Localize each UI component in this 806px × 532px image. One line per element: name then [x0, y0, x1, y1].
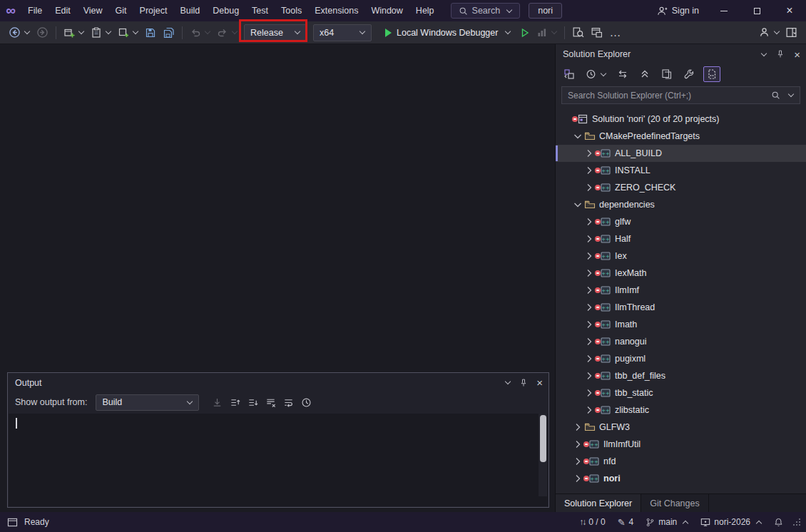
resize-grip-icon[interactable]	[792, 517, 802, 527]
output-scrollbar[interactable]	[539, 414, 547, 496]
clear-all-icon[interactable]	[265, 397, 276, 408]
chevron-right-icon[interactable]	[583, 285, 595, 296]
tree-item-nfd[interactable]: ++nfd	[556, 453, 806, 470]
next-message-icon[interactable]	[248, 397, 258, 408]
chevron-right-icon[interactable]	[583, 267, 595, 279]
search-icon[interactable]	[771, 91, 780, 100]
tree-item-dependencies[interactable]: dependencies	[556, 196, 806, 213]
sync-with-active-document-button[interactable]	[615, 67, 631, 81]
platform-dropdown[interactable]: x64	[313, 24, 372, 41]
tree-item-solution-nori-20-of-20-projects[interactable]: Solution 'nori' (20 of 20 projects)	[556, 111, 806, 128]
undo-button[interactable]	[187, 24, 213, 41]
output-source-dropdown[interactable]: Build	[96, 394, 199, 411]
chevron-right-icon[interactable]	[571, 439, 583, 450]
tree-item-ilmimfutil[interactable]: ++IlmImfUtil	[556, 436, 806, 453]
git-branch-button[interactable]: main	[642, 512, 692, 532]
tree-item-tbb-static[interactable]: ++tbb_static	[556, 384, 806, 401]
chevron-right-icon[interactable]	[583, 404, 595, 416]
tree-item-nanogui[interactable]: ++nanogui	[556, 333, 806, 350]
menu-item-test[interactable]: Test	[245, 0, 275, 21]
menu-item-build[interactable]: Build	[173, 0, 206, 21]
new-project-button[interactable]	[61, 24, 87, 41]
previous-message-icon[interactable]	[230, 397, 240, 408]
git-sync-button[interactable]: ↑↓ 0 / 0	[576, 512, 608, 532]
menu-item-extensions[interactable]: Extensions	[308, 0, 364, 21]
chevron-right-icon[interactable]	[583, 353, 595, 364]
collapse-all-button[interactable]	[637, 67, 653, 81]
minimize-button[interactable]	[708, 0, 740, 21]
open-file-button[interactable]	[88, 24, 114, 41]
solution-explorer-search-input[interactable]	[562, 91, 771, 101]
menu-item-view[interactable]: View	[77, 0, 109, 21]
navigate-backward-button[interactable]	[6, 24, 33, 41]
start-debugging-button[interactable]: Local Windows Debugger	[379, 26, 516, 40]
tree-item-install[interactable]: ++INSTALL	[556, 162, 806, 179]
pin-icon[interactable]	[776, 50, 785, 58]
tree-item-pugixml[interactable]: ++pugixml	[556, 350, 806, 367]
save-all-button[interactable]	[160, 24, 178, 41]
tree-item-ilmthread[interactable]: ++IlmThread	[556, 299, 806, 316]
find-message-icon[interactable]	[212, 397, 223, 408]
titlebar-search-box[interactable]: Search	[451, 3, 521, 19]
chevron-down-icon[interactable]	[571, 199, 583, 210]
properties-button[interactable]	[681, 67, 697, 81]
chevron-right-icon[interactable]	[583, 250, 595, 262]
menu-item-debug[interactable]: Debug	[206, 0, 245, 21]
window-position-chevron-icon[interactable]	[505, 379, 511, 384]
pending-edits-button[interactable]: ✎ 4	[614, 512, 638, 532]
background-tasks-icon[interactable]	[7, 518, 18, 527]
menu-item-help[interactable]: Help	[409, 0, 441, 21]
chevron-right-icon[interactable]	[583, 182, 595, 193]
chevron-right-icon[interactable]	[571, 421, 583, 433]
pending-changes-filter-button[interactable]	[583, 67, 608, 81]
chevron-right-icon[interactable]	[583, 216, 595, 227]
tree-item-glfw3[interactable]: GLFW3	[556, 419, 806, 436]
show-all-files-button[interactable]	[703, 66, 720, 82]
tree-item-ilmimf[interactable]: ++IlmImf	[556, 282, 806, 299]
tree-item-all-build[interactable]: ++ALL_BUILD	[556, 145, 806, 162]
window-switch-button[interactable]	[588, 24, 606, 41]
close-button[interactable]: ×	[773, 0, 806, 21]
add-new-item-button[interactable]	[115, 24, 141, 41]
preview-selected-items-button[interactable]	[659, 67, 675, 81]
menu-item-window[interactable]: Window	[364, 0, 409, 21]
tree-item-tbb-def-files[interactable]: ++tbb_def_files	[556, 367, 806, 384]
scrollbar-thumb[interactable]	[540, 415, 546, 462]
chevron-right-icon[interactable]	[583, 233, 595, 245]
tree-item-zero-check[interactable]: ++ZERO_CHECK	[556, 179, 806, 196]
chevron-right-icon[interactable]	[583, 319, 595, 330]
repository-button[interactable]: nori-2026	[697, 512, 765, 532]
menu-item-git[interactable]: Git	[109, 0, 133, 21]
close-icon[interactable]: ×	[536, 377, 543, 388]
chevron-down-icon[interactable]	[788, 91, 794, 97]
tree-item-iexmath[interactable]: ++IexMath	[556, 265, 806, 282]
navigate-forward-button[interactable]	[34, 24, 51, 41]
tree-item-nori[interactable]: ++nori	[556, 470, 806, 487]
switch-views-button[interactable]	[561, 67, 577, 81]
configuration-dropdown[interactable]: Release	[244, 24, 307, 41]
find-in-files-button[interactable]	[569, 24, 587, 41]
start-without-debugging-button[interactable]	[517, 25, 533, 41]
window-position-chevron-icon[interactable]	[761, 50, 767, 56]
redo-button[interactable]	[214, 24, 240, 41]
performance-profiler-button[interactable]	[534, 24, 560, 41]
maximize-button[interactable]	[740, 0, 773, 21]
chevron-right-icon[interactable]	[583, 387, 595, 399]
solution-badge[interactable]: nori	[529, 3, 562, 19]
menu-item-edit[interactable]: Edit	[49, 0, 77, 21]
sign-in-button[interactable]: Sign in	[648, 0, 708, 21]
chevron-down-icon[interactable]	[571, 131, 583, 142]
tree-item-half[interactable]: ++Half	[556, 230, 806, 247]
chevron-right-icon[interactable]	[571, 456, 583, 467]
live-share-button[interactable]	[755, 24, 782, 41]
tab-git-changes[interactable]: Git Changes	[641, 494, 708, 512]
menu-item-tools[interactable]: Tools	[275, 0, 308, 21]
tree-item-iex[interactable]: ++Iex	[556, 247, 806, 265]
output-content[interactable]	[9, 414, 548, 506]
tree-item-zlibstatic[interactable]: ++zlibstatic	[556, 401, 806, 419]
chevron-right-icon[interactable]	[583, 370, 595, 382]
close-icon[interactable]: ×	[794, 49, 800, 60]
timestamps-icon[interactable]	[301, 397, 312, 408]
save-button[interactable]	[142, 24, 159, 41]
chevron-right-icon[interactable]	[571, 473, 583, 484]
